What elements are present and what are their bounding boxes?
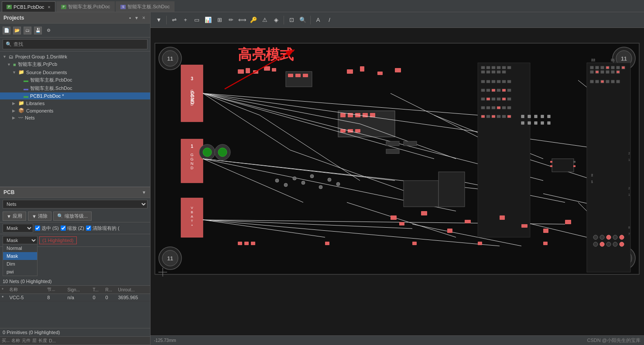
zoom-zoom-icon[interactable]: 🔍 xyxy=(298,15,308,25)
svg-rect-131 xyxy=(507,115,511,118)
tree-label-components: Components xyxy=(26,108,53,113)
drc-icon[interactable]: ⚠ xyxy=(260,15,270,25)
tree-zhiche-prjpcb[interactable]: ▼ ■ 智能车主板.PrjPcb xyxy=(0,60,150,68)
svg-rect-125 xyxy=(507,106,511,109)
svg-rect-209 xyxy=(528,115,531,118)
svg-rect-206 xyxy=(573,161,575,163)
svg-rect-179 xyxy=(391,215,397,220)
tab-zhiche-pcb[interactable]: P 智能车主板.PcbDoc xyxy=(56,1,115,12)
route-icon[interactable]: ⇌ xyxy=(169,15,179,25)
svg-rect-186 xyxy=(543,229,548,233)
add-icon[interactable]: + xyxy=(181,15,190,25)
checkbox-clear-input[interactable] xyxy=(86,225,91,231)
folder-icon[interactable]: 🗂 xyxy=(24,27,31,34)
svg-point-172 xyxy=(310,174,314,178)
svg-text:N: N xyxy=(191,98,194,102)
svg-rect-135 xyxy=(590,66,593,69)
checkbox-clear[interactable]: 清除现有的 ( xyxy=(86,225,120,232)
key-icon[interactable]: 🔑 xyxy=(249,15,258,25)
mask-select[interactable]: Mask xyxy=(3,224,33,232)
apply-button[interactable]: ▼ 应用 xyxy=(3,212,26,221)
svg-rect-188 xyxy=(238,242,242,245)
tab-pcb1[interactable]: P PCB1.PcbDoc × xyxy=(2,1,55,12)
zoom-fit-icon[interactable]: ⊡ xyxy=(287,15,296,25)
svg-rect-114 xyxy=(481,98,485,100)
tree-arrow-1: ▼ xyxy=(7,62,11,67)
svg-text:3: 3 xyxy=(191,76,193,81)
line-tool-icon[interactable]: / xyxy=(325,15,334,25)
tree-label-pcb1: PCB1.PcbDoc * xyxy=(30,93,64,99)
menu-button[interactable]: ▾ xyxy=(134,14,139,21)
nets-table-header: * 名称 节... Sign... T... R... Unrout... xyxy=(0,286,150,294)
tree-label-zhiche-prjpcb: 智能车主板.PrjPcb xyxy=(18,61,57,68)
svg-text:1: 1 xyxy=(591,180,593,183)
grid-icon[interactable]: ⊞ xyxy=(215,15,224,25)
tree-project-group[interactable]: ▼ 🗂 Project Group 1.DsnWrk xyxy=(0,53,150,60)
new-icon[interactable]: 📄 xyxy=(3,27,10,34)
option-mask[interactable]: Mask xyxy=(3,252,37,260)
tree-pcb1-pcbdoc[interactable]: ▬ PCB1.PcbDoc * xyxy=(0,92,150,99)
svg-rect-153 xyxy=(617,80,620,83)
zoom-level-button[interactable]: 🔍 缩放等级... xyxy=(53,212,92,221)
svg-rect-130 xyxy=(502,115,506,118)
settings-icon[interactable]: ⚙ xyxy=(45,27,52,34)
close-button[interactable]: × xyxy=(141,14,147,21)
pcb-pin-button[interactable]: ▾ xyxy=(141,189,147,196)
svg-text:D: D xyxy=(191,102,194,106)
chart-icon[interactable]: 📊 xyxy=(203,15,213,25)
text-tool-icon[interactable]: A xyxy=(313,15,323,25)
tree-nets[interactable]: ▶ 〰 Nets xyxy=(0,114,150,121)
checkbox-zoom-input[interactable] xyxy=(61,225,66,231)
tree-source-documents[interactable]: ▼ 📁 Source Documents xyxy=(0,68,150,76)
svg-text:G: G xyxy=(190,93,193,98)
option-dim[interactable]: Dim xyxy=(3,260,37,268)
nets-summary: 10 Nets (0 Highlighted) xyxy=(0,277,150,286)
mode-select[interactable]: Mask Normal xyxy=(3,236,38,245)
tab-zhiche-pcb-icon: P xyxy=(61,5,66,9)
tree-zhiche-pcbdoc[interactable]: ▬ 智能车主板.PcbDoc xyxy=(0,76,150,84)
toolbar-sep-3 xyxy=(310,16,311,24)
svg-rect-146 xyxy=(611,71,614,73)
svg-rect-183 xyxy=(465,220,471,223)
option-normal[interactable]: Normal xyxy=(3,244,37,252)
svg-rect-123 xyxy=(497,106,500,109)
svg-point-168 xyxy=(275,179,279,182)
svg-rect-50 xyxy=(395,68,401,72)
prim-col-name: 名称 xyxy=(11,338,20,344)
measure-icon[interactable]: ⟺ xyxy=(237,15,247,25)
tab-pcb1-close[interactable]: × xyxy=(48,4,50,10)
svg-text:1: 1 xyxy=(628,158,630,161)
svg-rect-97 xyxy=(481,71,485,73)
tree-label-project-group: Project Group 1.DsnWrk xyxy=(15,54,67,59)
svg-rect-217 xyxy=(548,122,550,124)
rect-icon[interactable]: ▭ xyxy=(192,15,202,25)
toolbar-sep-2 xyxy=(284,16,284,24)
clear-button[interactable]: ▼ 清除 xyxy=(28,212,51,221)
filter-tool-icon[interactable]: ▼ xyxy=(154,15,164,25)
svg-rect-100 xyxy=(497,71,500,73)
open-icon[interactable]: 📂 xyxy=(13,27,21,34)
search-box[interactable]: 🔍 查找 xyxy=(3,39,147,49)
checkbox-select[interactable]: 选中 (S) xyxy=(35,225,59,232)
tree-libraries[interactable]: ▶ 📁 Libraries xyxy=(0,99,150,107)
svg-text:G: G xyxy=(190,89,193,93)
pin-button[interactable]: ▪ xyxy=(128,14,132,21)
pcb-doc-icon-1: ▬ xyxy=(24,78,28,83)
nets-row-vcc5[interactable]: * VCC-5 8 n/a 0 0 3695.965 xyxy=(0,294,150,301)
tree-zhiche-schdoc[interactable]: ▬ 智能车主板.SchDoc xyxy=(0,84,150,92)
option-pwi[interactable]: pwi xyxy=(3,268,37,276)
main-layout: Projects ▪ ▾ × 📄 📂 🗂 💾 ⚙ 🔍 查找 xyxy=(0,12,644,345)
save-icon[interactable]: 💾 xyxy=(34,27,42,34)
components-icon: 📦 xyxy=(18,108,24,113)
checkbox-zoom[interactable]: 缩放 (Z) xyxy=(61,225,84,232)
nets-dropdown[interactable]: Nets xyxy=(3,200,147,208)
pencil-icon[interactable]: ✏ xyxy=(226,15,236,25)
svg-rect-205 xyxy=(550,165,552,167)
tree-components[interactable]: ▶ 📦 Components xyxy=(0,107,150,114)
checkbox-select-input[interactable] xyxy=(35,225,40,231)
svg-rect-140 xyxy=(617,66,620,69)
svg-rect-185 xyxy=(521,224,528,228)
snap-icon[interactable]: ◈ xyxy=(271,15,281,25)
tab-zhiche-sch[interactable]: S 智能车主板.SchDoc xyxy=(116,1,175,12)
pcb-canvas[interactable]: 高亮模式 11 xyxy=(151,28,644,335)
